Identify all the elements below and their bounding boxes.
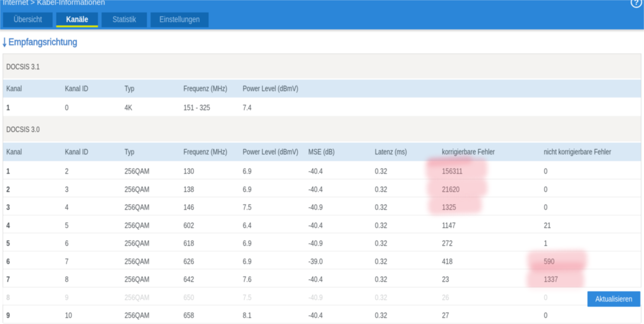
svg-text:?: ? bbox=[634, 0, 639, 7]
